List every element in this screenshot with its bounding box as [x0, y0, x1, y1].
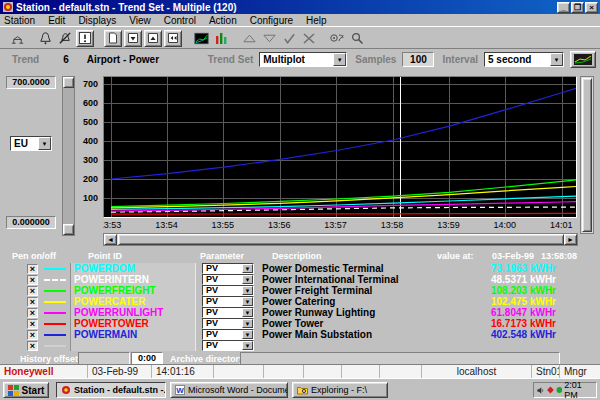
interval-dropdown[interactable]: 5 second ▼ — [484, 52, 564, 67]
parameter-dropdown[interactable]: PV▼ — [202, 340, 254, 351]
task-station[interactable]: Station - default.stn -... — [56, 382, 166, 398]
point-id-field[interactable]: POWERRUNLIGHT — [70, 307, 196, 318]
close-button[interactable]: × — [585, 2, 598, 13]
restore-button[interactable]: ❐ — [571, 2, 584, 13]
menu-edit[interactable]: Edit — [48, 15, 65, 26]
pen-checkbox[interactable]: × — [27, 286, 38, 296]
scroll-right-button[interactable]: ► — [564, 234, 577, 245]
vertical-scrollbar-thumb[interactable] — [582, 78, 592, 232]
chevron-down-icon[interactable]: ▼ — [550, 53, 563, 66]
scroll-left-button[interactable]: ◄ — [104, 234, 117, 245]
point-id-field[interactable]: POWERDOM — [70, 263, 196, 274]
parameter-dropdown[interactable]: PV▼ — [202, 318, 254, 329]
network-tray-icon[interactable] — [556, 386, 563, 394]
status-host: localhost — [422, 365, 532, 379]
eu-unit-dropdown[interactable]: EU ▼ — [10, 136, 52, 151]
find-icon[interactable] — [348, 30, 366, 47]
scale-scroll-down-button[interactable] — [63, 224, 74, 235]
parameter-dropdown[interactable]: PV▼ — [202, 307, 254, 318]
x-tick-label: 13:58 — [377, 220, 407, 230]
start-button[interactable]: Start — [3, 382, 49, 398]
chevron-down-icon[interactable]: ▼ — [242, 319, 253, 328]
chevron-down-icon[interactable]: ▼ — [242, 308, 253, 317]
scale-max-box[interactable]: 700.0000 — [6, 76, 56, 89]
pen-checkbox[interactable]: × — [27, 308, 38, 318]
parameter-dropdown[interactable]: PV▼ — [202, 285, 254, 296]
minimize-button[interactable]: _ — [557, 2, 570, 13]
parameter-dropdown[interactable]: PV▼ — [202, 329, 254, 340]
point-id-field[interactable]: POWERTOWER — [70, 318, 196, 329]
accept-icon[interactable] — [280, 30, 298, 47]
chevron-down-icon[interactable]: ▼ — [242, 264, 253, 273]
page-up-icon[interactable] — [144, 30, 162, 47]
menu-configure[interactable]: Configure — [250, 15, 293, 26]
point-id-field[interactable] — [70, 340, 196, 351]
task-word[interactable]: W Microsoft Word - Document1 — [170, 382, 288, 398]
menu-displays[interactable]: Displays — [78, 15, 116, 26]
archive-directory-label: Archive directory — [170, 354, 244, 364]
page-down-icon[interactable] — [124, 30, 142, 47]
trend-set-dropdown[interactable]: Multiplot ▼ — [259, 52, 347, 67]
point-id-field[interactable]: POWERCATER — [70, 296, 196, 307]
pen-checkbox[interactable]: × — [27, 330, 38, 340]
task-explorer[interactable]: Exploring - F:\ — [292, 382, 388, 398]
chevron-down-icon[interactable]: ▼ — [38, 137, 51, 150]
pen-table-row: ×POWERFREIGHTPV▼Power Freight Terminal10… — [0, 285, 600, 296]
point-value: 48.5371 kWHr — [489, 274, 600, 285]
volume-icon[interactable] — [537, 386, 545, 395]
horizontal-scrollbar[interactable]: ◄ ► — [103, 233, 578, 246]
associated-display-icon[interactable] — [328, 30, 346, 47]
scale-min-box[interactable]: 0.000000 — [6, 216, 56, 229]
title-bar[interactable]: Station - default.stn - Trend Set - Mult… — [0, 0, 600, 14]
group-display-icon[interactable] — [212, 30, 230, 47]
trend-plot-area[interactable] — [103, 76, 577, 218]
alarm-bell-icon[interactable] — [36, 30, 54, 47]
samples-value[interactable]: 100 — [402, 52, 434, 67]
trend-settings-button[interactable] — [570, 51, 596, 68]
menu-station[interactable]: Station — [4, 15, 35, 26]
chevron-down-icon[interactable]: ▼ — [242, 330, 253, 339]
page-icon[interactable] — [104, 30, 122, 47]
pen-checkbox[interactable]: × — [27, 341, 38, 351]
station-icon[interactable] — [8, 30, 26, 47]
parameter-dropdown[interactable]: PV▼ — [202, 296, 254, 307]
chevron-down-icon[interactable]: ▼ — [242, 341, 253, 350]
station-tray-icon[interactable] — [547, 386, 554, 394]
horizontal-scrollbar-thumb[interactable] — [118, 234, 564, 245]
page-recall-icon[interactable] — [164, 30, 182, 47]
parameter-dropdown[interactable]: PV▼ — [202, 274, 254, 285]
trend-label: Trend — [12, 54, 39, 65]
alarm-ack-icon[interactable] — [56, 30, 74, 47]
cancel-icon[interactable] — [300, 30, 318, 47]
status-cell-empty — [342, 365, 380, 379]
raise-icon[interactable] — [240, 30, 258, 47]
pen-checkbox[interactable]: × — [27, 275, 38, 285]
chevron-down-icon[interactable]: ▼ — [242, 286, 253, 295]
point-id-field[interactable]: POWERMAIN — [70, 329, 196, 340]
vertical-scrollbar[interactable] — [580, 76, 594, 234]
pen-checkbox[interactable]: × — [27, 319, 38, 329]
chevron-down-icon[interactable]: ▼ — [242, 297, 253, 306]
pen-table-row: ×POWERCATERPV▼Power Catering102.475 kWHr — [0, 296, 600, 307]
chevron-down-icon[interactable]: ▼ — [333, 53, 346, 66]
pen-table-row: ×POWERDOMPV▼Power Domestic Terminal73.19… — [0, 263, 600, 274]
parameter-dropdown[interactable]: PV▼ — [202, 263, 254, 274]
point-id-field[interactable]: POWERINTERN — [70, 274, 196, 285]
point-id-field[interactable]: POWERFREIGHT — [70, 285, 196, 296]
lower-icon[interactable] — [260, 30, 278, 47]
menu-action[interactable]: Action — [209, 15, 237, 26]
message-alert-icon[interactable] — [76, 30, 94, 47]
pen-checkbox[interactable]: × — [27, 297, 38, 307]
menu-control[interactable]: Control — [164, 15, 196, 26]
menu-help[interactable]: Help — [306, 15, 327, 26]
pen-color-sample — [44, 334, 66, 336]
menu-view[interactable]: View — [129, 15, 151, 26]
trend-display-icon[interactable] — [192, 30, 210, 47]
pen-table: Pen on/off Point ID Parameter Descriptio… — [0, 250, 600, 350]
pen-table-row: ×POWERINTERNPV▼Power International Termi… — [0, 274, 600, 285]
chevron-down-icon[interactable]: ▼ — [242, 275, 253, 284]
y-tick-label: 700 — [70, 79, 98, 89]
pen-checkbox[interactable]: × — [27, 264, 38, 274]
history-offset-label: History offset — [20, 354, 78, 364]
header-parameter: Parameter — [200, 251, 244, 261]
